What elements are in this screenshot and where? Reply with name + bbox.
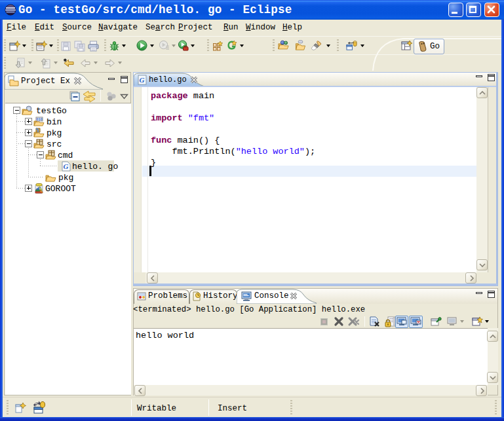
svg-text:G: G — [64, 162, 69, 170]
svg-text:G: G — [140, 76, 145, 84]
svg-text:010: 010 — [37, 117, 43, 121]
